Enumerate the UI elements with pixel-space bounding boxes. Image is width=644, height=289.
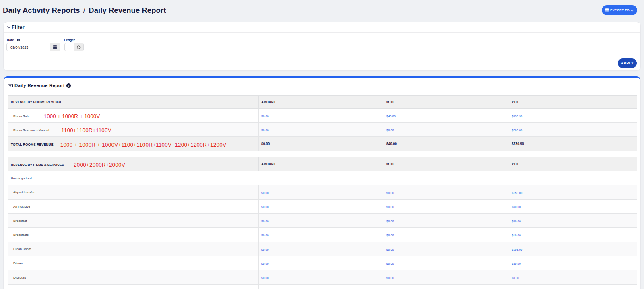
svg-text:?: ? (18, 39, 19, 41)
svg-text:?: ? (68, 84, 70, 87)
